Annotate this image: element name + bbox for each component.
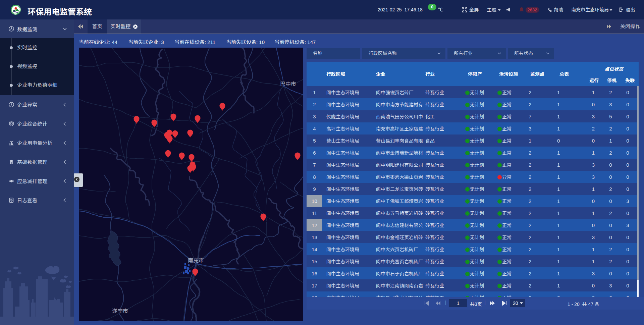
svg-text:遂宁市: 遂宁市 [112,307,128,315]
svg-text:巴中市: 巴中市 [280,79,296,88]
svg-text:南充市: 南充市 [188,256,204,264]
